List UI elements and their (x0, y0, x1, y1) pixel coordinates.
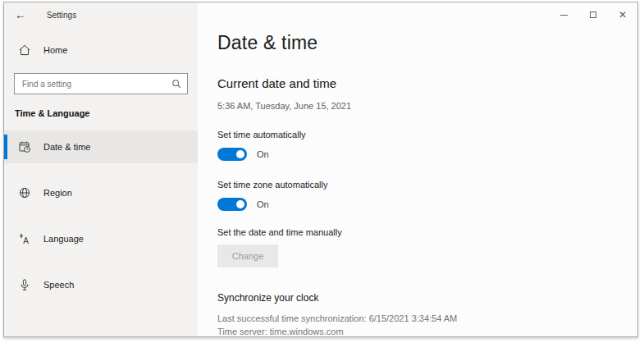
home-icon (18, 43, 31, 57)
sidebar-item-language[interactable]: A Language (4, 222, 198, 255)
change-button[interactable]: Change (217, 245, 278, 268)
search-icon (171, 79, 181, 89)
close-button[interactable]: ✕ (608, 2, 637, 27)
back-arrow-icon: ← (15, 8, 26, 21)
set-time-auto-label: Set time automatically (217, 130, 637, 139)
settings-window: ← Settings ✕ Home (3, 2, 638, 337)
main-content: Date & time Current date and time 5:36 A… (198, 2, 637, 336)
sidebar-item-label: Language (43, 234, 84, 244)
search-input[interactable] (14, 73, 188, 94)
sidebar-nav: Date & time Region A Language (4, 130, 198, 301)
back-button[interactable]: ← (4, 2, 37, 27)
set-timezone-auto-label: Set time zone automatically (217, 180, 637, 190)
microphone-icon (18, 278, 31, 291)
sidebar: Home Time & Language Date & time (4, 2, 198, 336)
toggle-state-label: On (257, 199, 269, 209)
title-bar: ← Settings ✕ (4, 2, 637, 27)
sidebar-section-header: Time & Language (15, 108, 198, 118)
search-box (14, 73, 188, 94)
maximize-icon (590, 11, 596, 18)
current-datetime-value: 5:36 AM, Tuesday, June 15, 2021 (217, 101, 637, 111)
current-datetime-heading: Current date and time (217, 76, 637, 90)
page-title: Date & time (217, 32, 637, 54)
set-manual-label: Set the date and time manually (217, 227, 637, 237)
sidebar-item-label: Speech (43, 280, 74, 290)
set-timezone-auto-toggle[interactable] (217, 198, 247, 211)
toggle-state-label: On (257, 149, 269, 159)
sidebar-item-speech[interactable]: Speech (4, 268, 198, 301)
sidebar-item-label: Home (43, 45, 67, 55)
close-icon: ✕ (619, 10, 627, 20)
calendar-clock-icon (18, 140, 31, 153)
sync-heading: Synchronize your clock (217, 292, 637, 304)
sidebar-item-date-time[interactable]: Date & time (4, 130, 198, 163)
sidebar-item-label: Date & time (43, 142, 90, 152)
time-server-text: Time server: time.windows.com (217, 325, 637, 336)
sidebar-item-region[interactable]: Region (4, 176, 198, 209)
set-time-auto-toggle[interactable] (217, 148, 247, 161)
svg-text:A: A (23, 236, 29, 245)
minimize-button[interactable] (549, 2, 578, 27)
last-sync-text: Last successful time synchronization: 6/… (217, 312, 637, 325)
window-title: Settings (47, 11, 76, 20)
sidebar-item-label: Region (43, 188, 72, 198)
sidebar-item-home[interactable]: Home (4, 37, 198, 63)
minimize-icon (560, 15, 568, 16)
language-icon: A (18, 232, 31, 245)
globe-icon (18, 186, 31, 199)
maximize-button[interactable] (578, 2, 608, 27)
